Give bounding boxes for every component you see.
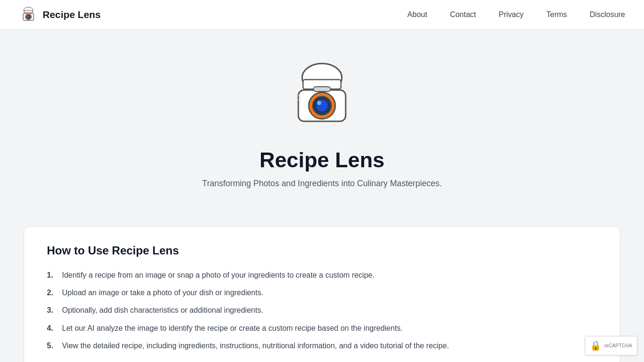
step-number: 3.	[47, 304, 58, 317]
nav-disclosure[interactable]: Disclosure	[590, 10, 625, 19]
brand-link[interactable]: Recipe Lens	[19, 5, 101, 24]
svg-point-6	[27, 16, 28, 17]
list-item: 4. Let our AI analyze the image to ident…	[47, 322, 597, 335]
hero-title: Recipe Lens	[259, 148, 385, 172]
list-item: 1. Identify a recipe from an image or sn…	[47, 269, 597, 281]
svg-rect-16	[298, 95, 301, 97]
step-number: 2.	[47, 286, 58, 299]
step-text: View the detailed recipe, including ingr…	[62, 339, 449, 352]
nav-about[interactable]: About	[407, 10, 427, 19]
recaptcha-text: reCAPTCHA	[604, 343, 632, 348]
step-number: 5.	[47, 339, 58, 352]
step-text: Let our AI analyze the image to identify…	[62, 322, 403, 335]
how-to-title: How to Use Recipe Lens	[47, 244, 597, 257]
brand-title: Recipe Lens	[43, 9, 101, 20]
step-text: Optionally, add dish characteristics or …	[62, 304, 263, 317]
step-number: 1.	[47, 269, 58, 281]
svg-rect-15	[313, 87, 331, 91]
how-to-list: 1. Identify a recipe from an image or sn…	[47, 269, 597, 352]
recaptcha-icon: 🔒	[590, 340, 601, 351]
svg-rect-17	[298, 99, 301, 100]
how-to-card: How to Use Recipe Lens 1. Identify a rec…	[24, 226, 620, 362]
navbar: Recipe Lens About Contact Privacy Terms …	[0, 0, 644, 29]
step-text: Upload an image or take a photo of your …	[62, 286, 263, 299]
svg-rect-7	[27, 12, 30, 14]
nav-privacy[interactable]: Privacy	[499, 10, 523, 19]
nav-terms[interactable]: Terms	[546, 10, 567, 19]
svg-point-14	[317, 101, 322, 105]
hero-subtitle: Transforming Photos and Ingredients into…	[202, 179, 442, 189]
brand-logo-icon	[19, 5, 38, 24]
nav-links: About Contact Privacy Terms Disclosure	[407, 10, 625, 19]
step-number: 4.	[47, 322, 58, 335]
list-item: 2. Upload an image or take a photo of yo…	[47, 286, 597, 299]
list-item: 5. View the detailed recipe, including i…	[47, 339, 597, 352]
hero-logo-icon	[284, 58, 360, 134]
list-item: 3. Optionally, add dish characteristics …	[47, 304, 597, 317]
step-text: Identify a recipe from an image or snap …	[62, 269, 375, 281]
nav-contact[interactable]: Contact	[450, 10, 476, 19]
recaptcha-badge: 🔒 reCAPTCHA	[585, 336, 637, 355]
hero-section: Recipe Lens Transforming Photos and Ingr…	[0, 29, 644, 226]
